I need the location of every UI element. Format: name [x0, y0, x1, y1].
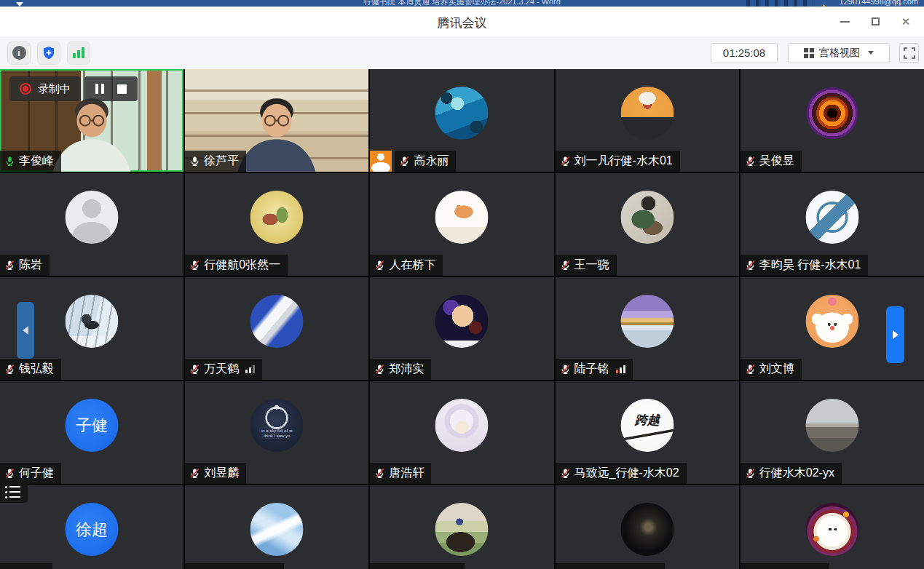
participant-name: 郑沛实 [389, 362, 424, 377]
mic-icon [560, 260, 571, 271]
participant-cell[interactable]: 行健航0张然一 [185, 173, 368, 276]
mic-icon [560, 364, 571, 375]
word-account-email: 1290144998@qq.com [840, 0, 918, 6]
participant-cell[interactable]: 子健 何子健 [0, 381, 183, 484]
participant-avatar [435, 503, 489, 556]
close-button[interactable]: ✕ [891, 7, 921, 36]
partial-name-label [0, 563, 52, 569]
meeting-titlebar: 腾讯会议 ✕ [0, 7, 924, 36]
participant-avatar [435, 87, 489, 140]
mic-icon [374, 260, 385, 271]
participant-name-label: 马致远_行健-水木02 [556, 463, 687, 484]
participant-cell[interactable]: 李昀昊 行健-水木01 [741, 173, 924, 276]
participant-cell[interactable]: 人在桥下 [370, 173, 553, 276]
participant-avatar [805, 503, 858, 556]
participant-name-label: 刘昱麟 [185, 463, 246, 484]
mic-icon [4, 364, 15, 375]
recording-label: 录制中 [38, 82, 71, 96]
mic-icon [745, 468, 756, 479]
pause-recording-button[interactable] [95, 84, 104, 94]
participant-signal-icon [245, 365, 255, 373]
previous-page-button[interactable] [17, 302, 34, 359]
participant-name: 高永丽 [414, 154, 449, 169]
participant-name-label: 吴俊昱 [741, 151, 802, 172]
participant-name-label: 人在桥下 [370, 255, 443, 276]
network-quality-button[interactable] [67, 41, 90, 65]
participant-avatar [805, 399, 858, 452]
participant-cell[interactable] [370, 485, 553, 569]
participant-name: 马致远_行健-水木02 [574, 466, 679, 481]
participant-cell[interactable]: 郑沛实 [370, 277, 553, 380]
participant-name: 刘昱麟 [204, 466, 239, 481]
participant-cell[interactable]: 吴俊昱 [741, 69, 924, 172]
participant-name-label: 李昀昊 行健-水木01 [741, 255, 869, 276]
participant-cell[interactable]: 王一骁 [556, 173, 739, 276]
participant-name-label: 钱弘毅 [0, 359, 61, 380]
participant-avatar: in a sky full of stthink I saw yo [250, 399, 304, 452]
participant-name: 唐浩轩 [389, 466, 424, 481]
meeting-info-button[interactable]: i [7, 41, 31, 65]
layout-view-dropdown[interactable]: 宫格视图 [788, 43, 890, 63]
signal-bars-icon [73, 47, 84, 58]
participant-cell[interactable]: 刘一凡行健-水木01 [556, 69, 739, 172]
participant-name-label: 郑沛实 [370, 359, 431, 380]
meeting-protect-button[interactable] [37, 41, 60, 65]
participant-avatar [620, 503, 674, 556]
partial-name-label [185, 563, 284, 569]
participant-cell[interactable]: 陆子铭 [556, 277, 739, 380]
participant-list-button[interactable] [0, 481, 28, 503]
layout-view-label: 宫格视图 [819, 47, 860, 60]
participant-name: 行健航0张然一 [204, 258, 280, 273]
participant-avatar [250, 503, 304, 556]
warning-icon [819, 0, 829, 7]
participant-name: 陈岩 [19, 258, 42, 273]
participant-cell[interactable] [741, 485, 924, 569]
shield-plus-icon [42, 46, 56, 60]
participant-avatar: 子健 [66, 399, 119, 452]
participant-avatar [435, 191, 489, 244]
participant-name-label: 行健航0张然一 [185, 255, 288, 276]
next-page-button[interactable] [886, 306, 904, 363]
close-icon: ✕ [901, 15, 911, 28]
participant-name-label: 李俊峰 [0, 151, 61, 172]
participant-name-label: 万天鹤 [185, 359, 262, 380]
maximize-button[interactable] [860, 7, 891, 36]
participant-cell[interactable]: 万天鹤 [185, 277, 368, 380]
participant-name-label: 刘文博 [741, 359, 802, 380]
participant-name: 刘文博 [759, 362, 794, 377]
participant-cell[interactable]: 行健水木02-yx [741, 381, 924, 484]
participant-name: 陆子铭 [574, 362, 609, 377]
participant-name-label: 刘一凡行健-水木01 [556, 151, 680, 172]
fullscreen-button[interactable] [899, 43, 919, 63]
mic-icon [560, 156, 571, 167]
mic-icon [745, 260, 756, 271]
participant-name: 刘一凡行健-水木01 [574, 154, 673, 169]
mic-icon [189, 260, 200, 271]
participant-cell[interactable]: 高永丽 [370, 69, 553, 172]
fullscreen-icon [904, 47, 915, 59]
recording-status-pill: 录制中 [9, 76, 81, 101]
video-grid-area: 李俊峰 徐芦平 [0, 69, 924, 569]
participant-cell[interactable] [185, 485, 368, 569]
record-dot-icon [20, 83, 31, 95]
background-word-titlebar[interactable]: 行健书院 本博贯通 培养实施管理办法-2021.3.24 - Word 1290… [0, 0, 924, 7]
participant-cell[interactable]: 唐浩轩 [370, 381, 553, 484]
participant-cell[interactable] [556, 485, 739, 569]
stop-recording-button[interactable] [117, 84, 127, 94]
participant-cell[interactable]: 陈岩 [0, 173, 183, 276]
participant-name-label: 徐芦平 [185, 151, 246, 172]
mic-icon [4, 468, 15, 479]
maximize-icon [872, 17, 880, 25]
participant-avatar: 徐超 [66, 503, 119, 556]
toolbar-right: 01:25:08 宫格视图 [711, 36, 924, 69]
participant-cell[interactable]: 徐芦平 [185, 69, 368, 172]
partial-name-label [370, 563, 465, 569]
mic-icon [189, 364, 200, 375]
participant-avatar [620, 87, 674, 140]
avatar-initials: 子健 [76, 415, 108, 437]
participant-cell[interactable]: in a sky full of stthink I saw yo 刘昱麟 [185, 381, 368, 484]
participant-name-label: 唐浩轩 [370, 463, 431, 484]
participant-cell[interactable]: 跨越 马致远_行健-水木02 [556, 381, 739, 484]
avatar-caption: in a sky full of stthink I saw yo [250, 429, 304, 439]
minimize-button[interactable] [829, 7, 860, 36]
